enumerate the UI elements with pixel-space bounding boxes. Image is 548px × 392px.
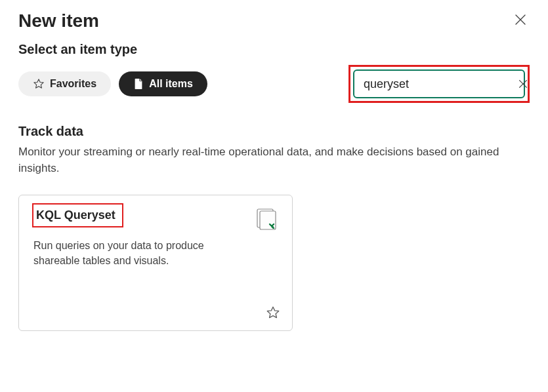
card-description: Run queries on your data to produce shar… [33,239,230,268]
favorite-button[interactable] [263,303,283,323]
card-title-highlight: KQL Queryset [32,203,123,227]
queryset-icon [254,207,278,231]
close-icon [517,78,529,90]
close-button[interactable] [511,10,530,29]
file-icon [133,78,144,90]
section-title: Track data [18,124,530,139]
close-icon [514,13,527,26]
favorites-filter[interactable]: Favorites [18,71,111,96]
page-title: New item [18,10,99,31]
star-icon [33,78,45,90]
search-field[interactable] [353,69,525,98]
section-description: Monitor your streaming or nearly real-ti… [18,144,517,176]
all-items-label: All items [149,78,193,90]
clear-search-button[interactable] [516,77,530,91]
search-input[interactable] [364,77,516,91]
card-title: KQL Queryset [33,208,116,222]
search-highlight [348,65,530,103]
select-type-label: Select an item type [0,38,548,65]
all-items-filter[interactable]: All items [119,71,207,96]
star-icon [266,305,280,320]
item-card-kql-queryset[interactable]: KQL Queryset Run queries on your data to… [18,195,293,331]
favorites-label: Favorites [50,78,96,90]
